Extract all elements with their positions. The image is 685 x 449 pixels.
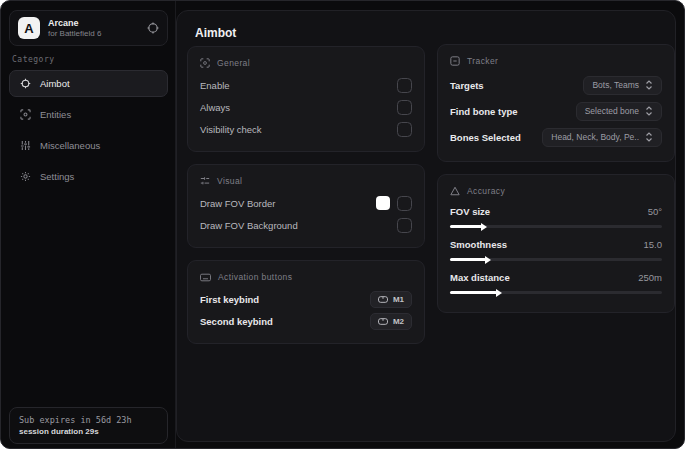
sidebar-item-label: Entities bbox=[40, 109, 71, 120]
sidebar-item-aimbot[interactable]: Aimbot bbox=[9, 70, 168, 97]
fov-background-checkbox[interactable] bbox=[397, 218, 412, 233]
aimbot-crosshair-icon bbox=[20, 78, 31, 89]
sliders-horizontal-icon bbox=[200, 176, 210, 186]
setting-label: First keybind bbox=[200, 294, 259, 305]
setting-label: Draw FOV Background bbox=[200, 220, 298, 231]
setting-row-second-keybind: Second keybind M2 bbox=[200, 310, 412, 332]
setting-label: Always bbox=[200, 102, 230, 113]
sidebar-item-miscellaneous[interactable]: Miscellaneous bbox=[9, 132, 168, 159]
setting-row-always: Always bbox=[200, 96, 412, 118]
chevrons-up-down-icon bbox=[645, 132, 653, 142]
session-duration-text: session duration 29s bbox=[19, 427, 158, 436]
keybind-value: M1 bbox=[393, 295, 404, 304]
sidebar-nav: Aimbot Entities Miscella bbox=[9, 70, 168, 190]
card-title: Activation buttons bbox=[218, 272, 292, 282]
sidebar-item-settings[interactable]: Settings bbox=[9, 163, 168, 190]
fov-border-checkbox[interactable] bbox=[397, 196, 412, 211]
find-bone-type-dropdown[interactable]: Selected bone bbox=[576, 102, 662, 121]
chevrons-up-down-icon bbox=[645, 80, 653, 90]
fov-size-slider[interactable] bbox=[450, 225, 662, 228]
second-keybind-button[interactable]: M2 bbox=[370, 313, 412, 330]
bones-selected-dropdown[interactable]: Head, Neck, Body, Pe.. bbox=[542, 128, 662, 147]
sliders-vertical-icon bbox=[20, 140, 31, 151]
activation-buttons-card: Activation buttons First keybind M1 S bbox=[187, 260, 425, 344]
card-title: General bbox=[217, 58, 250, 68]
subscription-status: Sub expires in 56d 23h session duration … bbox=[9, 407, 168, 444]
setting-row-visibility-check: Visibility check bbox=[200, 118, 412, 140]
app-window: A Arcane for Battlefield 6 Category Aimb… bbox=[0, 0, 685, 449]
crosshair-icon[interactable] bbox=[147, 22, 159, 34]
setting-label: Smoothness bbox=[450, 239, 507, 250]
category-label: Category bbox=[12, 55, 55, 64]
setting-label: Second keybind bbox=[200, 316, 273, 327]
triangle-icon bbox=[450, 186, 460, 196]
sidebar-item-label: Miscellaneous bbox=[40, 140, 100, 151]
visibility-check-checkbox[interactable] bbox=[397, 122, 412, 137]
max-distance-slider[interactable] bbox=[450, 291, 662, 294]
entities-scan-icon bbox=[20, 109, 31, 120]
mouse-icon bbox=[378, 318, 388, 325]
card-title: Accuracy bbox=[467, 186, 505, 196]
tracker-card: Tracker Targets Bots, Teams Find bone bbox=[437, 44, 675, 162]
brand-text: Arcane for Battlefield 6 bbox=[48, 18, 139, 38]
setting-label: Targets bbox=[450, 80, 484, 91]
card-title: Visual bbox=[217, 176, 242, 186]
general-card: General Enable Always Visibility check bbox=[187, 46, 425, 152]
setting-row-find-bone-type: Find bone type Selected bone bbox=[450, 98, 662, 124]
right-column: Tracker Targets Bots, Teams Find bone bbox=[437, 44, 675, 313]
brand-card: A Arcane for Battlefield 6 bbox=[9, 10, 168, 46]
dropdown-value: Head, Neck, Body, Pe.. bbox=[551, 132, 639, 142]
smoothness-value: 15.0 bbox=[644, 239, 663, 250]
setting-row-fov-size: FOV size 50° bbox=[450, 202, 662, 220]
keybind-value: M2 bbox=[393, 317, 404, 326]
setting-label: Enable bbox=[200, 80, 230, 91]
enable-checkbox[interactable] bbox=[397, 78, 412, 93]
gear-icon bbox=[20, 171, 31, 182]
setting-row-max-distance: Max distance 250m bbox=[450, 268, 662, 286]
slider-fill bbox=[450, 258, 486, 261]
visual-card: Visual Draw FOV Border Draw FOV Backgrou… bbox=[187, 164, 425, 248]
first-keybind-button[interactable]: M1 bbox=[370, 291, 412, 308]
sidebar-item-entities[interactable]: Entities bbox=[9, 101, 168, 128]
setting-label: Max distance bbox=[450, 272, 510, 283]
card-title: Tracker bbox=[467, 56, 498, 66]
setting-row-bones-selected: Bones Selected Head, Neck, Body, Pe.. bbox=[450, 124, 662, 150]
setting-label: FOV size bbox=[450, 206, 490, 217]
setting-row-targets: Targets Bots, Teams bbox=[450, 72, 662, 98]
mouse-icon bbox=[378, 296, 388, 303]
app-name: Arcane bbox=[48, 18, 139, 28]
left-column: General Enable Always Visibility check bbox=[187, 46, 425, 344]
main-panel: Aimbot General Enable bbox=[176, 10, 676, 442]
accuracy-card: Accuracy FOV size 50° Smoothness 15.0 bbox=[437, 174, 675, 313]
setting-row-enable: Enable bbox=[200, 74, 412, 96]
sidebar-item-label: Aimbot bbox=[40, 78, 70, 89]
sidebar: A Arcane for Battlefield 6 Category Aimb… bbox=[1, 1, 176, 448]
setting-row-fov-background: Draw FOV Background bbox=[200, 214, 412, 236]
fov-size-value: 50° bbox=[648, 206, 662, 217]
setting-label: Draw FOV Border bbox=[200, 198, 276, 209]
keyboard-icon bbox=[200, 273, 211, 282]
setting-label: Find bone type bbox=[450, 106, 518, 117]
slider-fill bbox=[450, 225, 482, 228]
setting-label: Visibility check bbox=[200, 124, 262, 135]
page-title: Aimbot bbox=[195, 26, 236, 40]
setting-row-smoothness: Smoothness 15.0 bbox=[450, 235, 662, 253]
always-checkbox[interactable] bbox=[397, 100, 412, 115]
setting-row-first-keybind: First keybind M1 bbox=[200, 288, 412, 310]
smoothness-slider[interactable] bbox=[450, 258, 662, 261]
setting-row-fov-border: Draw FOV Border bbox=[200, 192, 412, 214]
focus-icon bbox=[200, 58, 210, 68]
targets-dropdown[interactable]: Bots, Teams bbox=[583, 76, 662, 95]
sidebar-item-label: Settings bbox=[40, 171, 74, 182]
dropdown-value: Selected bone bbox=[585, 106, 639, 116]
box-minus-icon bbox=[450, 56, 460, 66]
chevrons-up-down-icon bbox=[645, 106, 653, 116]
fov-border-color-swatch[interactable] bbox=[376, 196, 390, 210]
sub-expiry-text: Sub expires in 56d 23h bbox=[19, 415, 158, 425]
max-distance-value: 250m bbox=[638, 272, 662, 283]
slider-fill bbox=[450, 291, 497, 294]
app-subtitle: for Battlefield 6 bbox=[48, 29, 139, 38]
dropdown-value: Bots, Teams bbox=[592, 80, 639, 90]
setting-label: Bones Selected bbox=[450, 132, 521, 143]
app-logo: A bbox=[18, 17, 40, 39]
